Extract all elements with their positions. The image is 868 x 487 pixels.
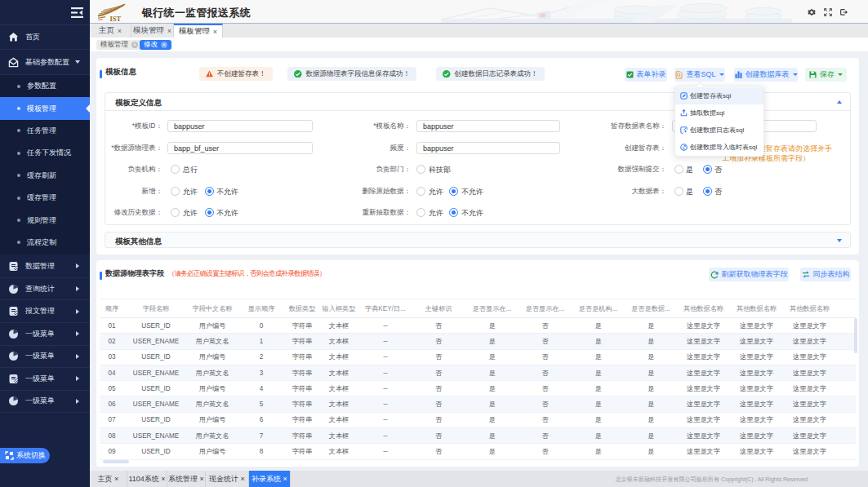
svg-text:IST: IST [110,15,122,22]
